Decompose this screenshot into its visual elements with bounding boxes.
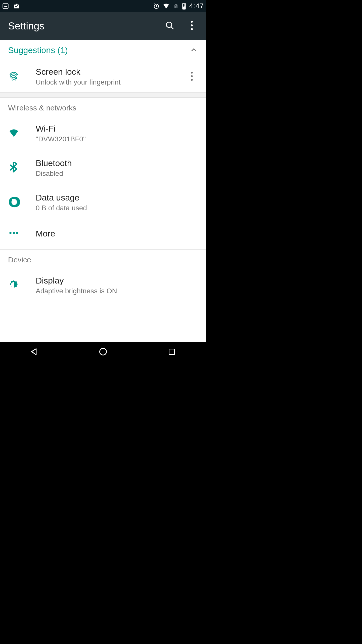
svg-point-12	[191, 79, 193, 80]
fingerprint-icon	[8, 70, 20, 83]
setting-title: Display	[36, 276, 200, 286]
svg-point-15	[13, 232, 15, 234]
navigation-bar	[0, 342, 206, 362]
section-header-wireless: Wireless & networks	[0, 98, 206, 116]
chevron-up-icon	[190, 50, 198, 55]
back-icon	[29, 347, 39, 358]
section-header-label: Wireless & networks	[8, 104, 198, 112]
more-vert-icon	[191, 71, 193, 82]
svg-point-16	[16, 232, 18, 234]
setting-subtitle: "DVW3201BF0"	[36, 135, 200, 143]
home-icon	[98, 347, 108, 358]
setting-subtitle: 0 B of data used	[36, 204, 200, 212]
search-icon	[165, 20, 175, 31]
svg-point-17	[100, 348, 106, 355]
svg-point-11	[191, 75, 193, 77]
section-header-label: Device	[8, 256, 198, 264]
collapse-button[interactable]	[190, 46, 198, 55]
setting-wifi[interactable]: Wi-Fi "DVW3201BF0"	[0, 116, 206, 151]
overflow-menu-button[interactable]	[186, 20, 198, 32]
search-button[interactable]	[164, 20, 176, 32]
setting-more[interactable]: More	[0, 220, 206, 247]
nav-back-button[interactable]	[19, 346, 50, 358]
briefcase-check-icon	[13, 3, 20, 10]
setting-title: Wi-Fi	[36, 124, 200, 134]
wifi-icon	[163, 3, 170, 9]
status-time: 4:47	[189, 2, 204, 10]
setting-title: Bluetooth	[36, 158, 200, 168]
alarm-icon	[153, 3, 160, 9]
brightness-icon	[8, 279, 20, 292]
svg-rect-4	[183, 3, 185, 3]
nav-home-button[interactable]	[88, 346, 118, 358]
page-title: Settings	[8, 20, 44, 32]
suggestion-screen-lock[interactable]: Screen lock Unlock with your fingerprint	[0, 61, 206, 93]
setting-subtitle: Disabled	[36, 170, 200, 178]
no-sim-icon	[173, 3, 179, 10]
suggestion-title: Screen lock	[36, 67, 184, 77]
app-bar: Settings	[0, 12, 206, 40]
setting-bluetooth[interactable]: Bluetooth Disabled	[0, 151, 206, 185]
svg-point-8	[191, 24, 193, 26]
battery-charging-icon	[182, 3, 186, 10]
status-bar: 4:47	[0, 0, 206, 12]
setting-title: More	[36, 229, 200, 238]
section-header-device: Device	[0, 250, 206, 268]
svg-point-7	[191, 21, 193, 23]
bluetooth-icon	[8, 162, 20, 174]
setting-title: Data usage	[36, 193, 200, 203]
wifi-icon	[8, 127, 20, 140]
setting-data-usage[interactable]: Data usage 0 B of data used	[0, 185, 206, 220]
svg-rect-5	[183, 7, 185, 9]
nav-recent-button[interactable]	[157, 346, 187, 358]
gallery-icon	[2, 3, 9, 10]
setting-subtitle: Adaptive brightness is ON	[36, 287, 200, 295]
suggestion-subtitle: Unlock with your fingerprint	[36, 78, 184, 86]
suggestions-label: Suggestions (1)	[8, 45, 68, 55]
recent-apps-icon	[167, 347, 176, 357]
more-vert-icon	[190, 20, 193, 31]
data-usage-icon	[8, 196, 21, 209]
svg-rect-18	[169, 349, 174, 354]
setting-display[interactable]: Display Adaptive brightness is ON	[0, 268, 206, 303]
suggestion-overflow-button[interactable]	[184, 71, 200, 82]
svg-point-9	[191, 28, 193, 30]
section-gap	[0, 93, 206, 98]
svg-point-10	[191, 72, 193, 73]
suggestions-header[interactable]: Suggestions (1)	[0, 40, 206, 61]
svg-point-14	[9, 232, 12, 234]
svg-point-6	[166, 22, 172, 28]
more-horiz-icon	[8, 227, 20, 240]
